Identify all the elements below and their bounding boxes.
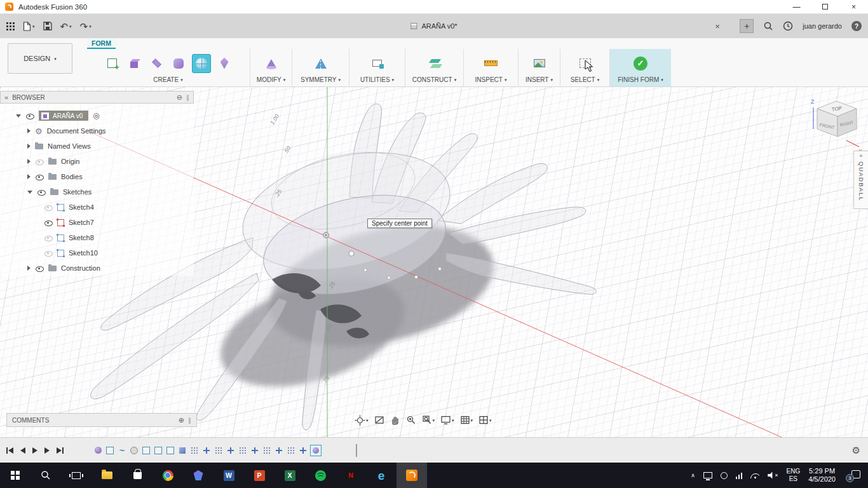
close-button[interactable]: ×: [839, 0, 868, 13]
timeline-item-sketch[interactable]: [153, 445, 163, 456]
visibility-eye-icon[interactable]: [44, 203, 53, 212]
expand-arrow-icon[interactable]: [27, 159, 31, 164]
timeline-item-dots[interactable]: [189, 445, 200, 456]
create-torus-button[interactable]: [170, 55, 187, 72]
construct-plane-button[interactable]: [426, 55, 444, 72]
visibility-eye-icon[interactable]: [25, 112, 34, 120]
tree-row-sketch4[interactable]: Sketch4: [0, 200, 194, 215]
user-account-menu[interactable]: juan gerardo: [803, 22, 842, 30]
file-explorer-button[interactable]: [92, 463, 122, 488]
workspace-switcher[interactable]: DESIGN ▾: [8, 43, 72, 74]
zoom-button[interactable]: [405, 414, 417, 426]
timeline-item-sphere[interactable]: [93, 445, 103, 456]
timeline-item-sketch[interactable]: [141, 445, 151, 456]
search-button[interactable]: [763, 21, 773, 31]
start-button[interactable]: [0, 463, 31, 488]
expand-arrow-icon[interactable]: [27, 266, 31, 271]
create-dropdown[interactable]: CREATE▾: [86, 75, 250, 84]
mirror-symmetry-button[interactable]: [312, 55, 330, 72]
look-at-button[interactable]: [373, 414, 386, 426]
maximize-button[interactable]: [811, 0, 839, 13]
tree-row-sketch8[interactable]: Sketch8: [0, 230, 194, 245]
modify-form-button[interactable]: [262, 55, 280, 72]
insert-image-button[interactable]: [531, 55, 548, 72]
create-pipe-button[interactable]: [215, 55, 233, 72]
timeline-item-sphere-box[interactable]: [310, 445, 322, 456]
tree-row-bodies[interactable]: Bodies: [0, 169, 194, 184]
finish-form-dropdown[interactable]: FINISH FORM▾: [610, 75, 671, 84]
select-button[interactable]: [576, 55, 594, 72]
quadball-palette-tab[interactable]: « QUADBALL: [853, 151, 868, 209]
pan-button[interactable]: [389, 414, 402, 426]
task-view-button[interactable]: [61, 463, 92, 488]
skip-to-end-button[interactable]: [55, 446, 65, 455]
timeline-item-cube[interactable]: [177, 445, 187, 456]
undo-button[interactable]: ↶▾: [60, 22, 72, 31]
microsoft-store-button[interactable]: [122, 463, 153, 488]
create-box-button[interactable]: [125, 55, 143, 72]
comments-bar[interactable]: COMMENTS ⊕ ∥: [6, 413, 197, 427]
wifi-icon[interactable]: [750, 472, 759, 478]
timeline-item-move[interactable]: [201, 445, 212, 456]
timeline-item-dots[interactable]: [286, 445, 296, 456]
fusion-360-taskbar-button[interactable]: [397, 463, 427, 488]
modify-dropdown[interactable]: MODIFY▾: [250, 75, 292, 84]
tree-row-sketches[interactable]: Sketches: [0, 184, 194, 200]
tree-row-sketch7[interactable]: Sketch7: [0, 215, 194, 230]
create-sketch-button[interactable]: [103, 55, 121, 72]
view-cube[interactable]: Z TOP FRONT RIGHT X: [808, 92, 867, 158]
volume-muted-icon[interactable]: ×: [768, 472, 778, 479]
new-design-tab-button[interactable]: +: [740, 19, 754, 33]
tree-row-construction[interactable]: Construction: [0, 261, 194, 276]
insert-dropdown[interactable]: INSERT▾: [519, 75, 560, 84]
redo-button[interactable]: ↷▾: [80, 22, 92, 31]
expand-panel-icon[interactable]: «: [859, 153, 862, 159]
timeline-item-sketch[interactable]: [105, 445, 115, 456]
tray-app-icon[interactable]: [721, 472, 728, 479]
timeline-item-move[interactable]: [298, 445, 308, 456]
create-plane-button[interactable]: [147, 55, 165, 72]
taskbar-search-button[interactable]: [31, 463, 61, 488]
expand-arrow-icon[interactable]: [27, 128, 31, 133]
tree-row-named-views[interactable]: Named Views: [0, 139, 194, 154]
visibility-eye-icon[interactable]: [44, 219, 53, 227]
timeline-item-dots[interactable]: [214, 445, 224, 456]
timeline-position-marker[interactable]: [356, 444, 357, 457]
display-settings-button[interactable]: ▾: [439, 414, 456, 426]
chrome-button[interactable]: [153, 463, 183, 488]
netflix-button[interactable]: N: [336, 463, 366, 488]
job-status-button[interactable]: [783, 21, 793, 31]
minimize-panel-icon[interactable]: ⊖: [177, 94, 182, 101]
file-menu-button[interactable]: ▾: [23, 22, 35, 31]
select-dropdown[interactable]: SELECT▾: [560, 75, 609, 84]
orbit-button[interactable]: ▾: [353, 414, 370, 427]
tree-row-document-settings[interactable]: ⚙ Document Settings: [0, 123, 194, 139]
visibility-eye-icon[interactable]: [35, 264, 44, 273]
edge-button[interactable]: e: [366, 463, 397, 488]
add-comment-icon[interactable]: ⊕: [179, 417, 184, 424]
timeline-item-patch[interactable]: [129, 445, 139, 456]
create-quadball-button-active[interactable]: [192, 54, 211, 73]
expand-arrow-icon[interactable]: [16, 114, 21, 118]
tree-row-origin[interactable]: Origin: [0, 154, 194, 169]
grid-settings-button[interactable]: ▾: [459, 414, 475, 426]
spotify-button[interactable]: [305, 463, 336, 488]
root-component-bar[interactable]: ARAÑA v0: [39, 111, 88, 121]
fit-button[interactable]: ▾: [421, 414, 437, 426]
language-indicator[interactable]: ENG ES: [787, 468, 801, 483]
document-tab[interactable]: ARAÑA v0*: [410, 14, 457, 38]
excel-button[interactable]: X: [275, 463, 305, 488]
help-button[interactable]: ?: [851, 21, 862, 31]
visibility-eye-icon[interactable]: [37, 188, 46, 196]
utilities-dropdown[interactable]: UTILITIES▾: [349, 75, 405, 84]
visibility-eye-icon[interactable]: [44, 249, 53, 257]
display-tray-icon[interactable]: [703, 472, 712, 478]
timeline-item-move[interactable]: [274, 445, 284, 456]
measure-button[interactable]: [482, 55, 500, 72]
visibility-eye-icon[interactable]: [44, 234, 53, 242]
word-button[interactable]: W: [214, 463, 244, 488]
step-forward-button[interactable]: [43, 446, 51, 455]
expand-arrow-icon[interactable]: [27, 191, 32, 194]
app-button-blue[interactable]: [183, 463, 214, 488]
visibility-eye-icon[interactable]: [35, 158, 44, 166]
